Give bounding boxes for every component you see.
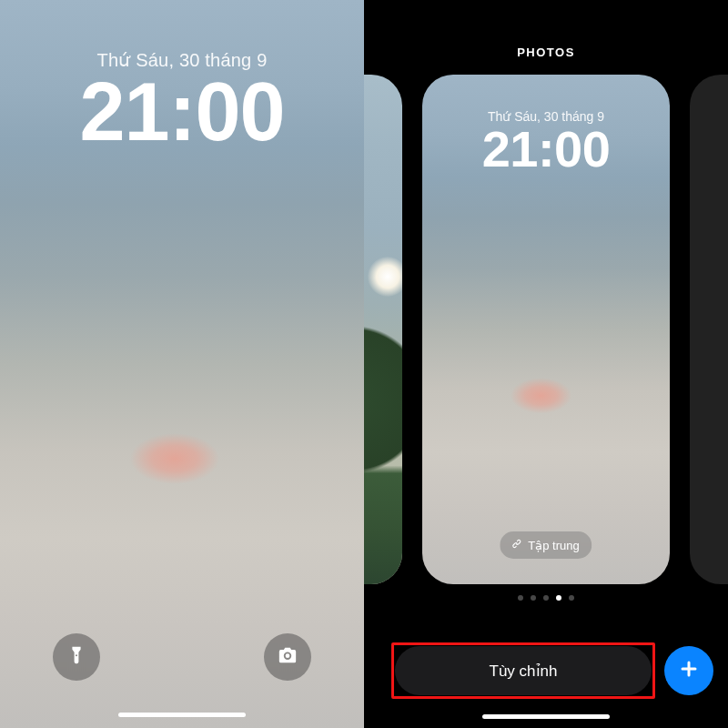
link-icon <box>511 538 522 552</box>
customize-button[interactable]: Tùy chỉnh <box>395 646 652 695</box>
wallpaper-carousel[interactable]: Thứ Sáu, 30 tháng 9 21:00 Tập trung <box>364 75 728 584</box>
customize-label: Tùy chỉnh <box>490 662 558 681</box>
page-dot <box>531 595 536 601</box>
camera-button[interactable] <box>264 633 311 681</box>
preview-time: 21:00 <box>422 124 670 175</box>
plus-icon <box>678 658 700 683</box>
lock-time: 21:00 <box>0 71 364 153</box>
page-dot <box>569 595 574 601</box>
lock-screen: Thứ Sáu, 30 tháng 9 21:00 <box>0 0 364 728</box>
page-dot-active <box>556 595 561 601</box>
home-indicator[interactable] <box>118 713 246 717</box>
flashlight-icon <box>66 645 86 669</box>
wallpaper-card-prev[interactable] <box>364 75 402 584</box>
page-dot <box>518 595 523 601</box>
focus-pill[interactable]: Tập trung <box>500 531 592 559</box>
gallery-title: PHOTOS <box>364 46 728 59</box>
camera-icon <box>278 645 298 669</box>
page-dot <box>543 595 549 601</box>
trees-silhouette <box>364 320 402 584</box>
page-dots <box>364 595 728 601</box>
home-indicator[interactable] <box>482 714 610 719</box>
bottom-controls: Tùy chỉnh <box>395 646 713 695</box>
wallpaper-card-current[interactable]: Thứ Sáu, 30 tháng 9 21:00 Tập trung <box>422 75 670 584</box>
add-wallpaper-button[interactable] <box>664 646 713 695</box>
focus-label: Tập trung <box>528 539 579 552</box>
wallpaper-gallery: PHOTOS Thứ Sáu, 30 tháng 9 21:00 Tập tru… <box>364 0 728 728</box>
wallpaper-card-next[interactable] <box>690 75 728 584</box>
sun-glow <box>368 257 402 297</box>
flashlight-button[interactable] <box>53 633 100 681</box>
